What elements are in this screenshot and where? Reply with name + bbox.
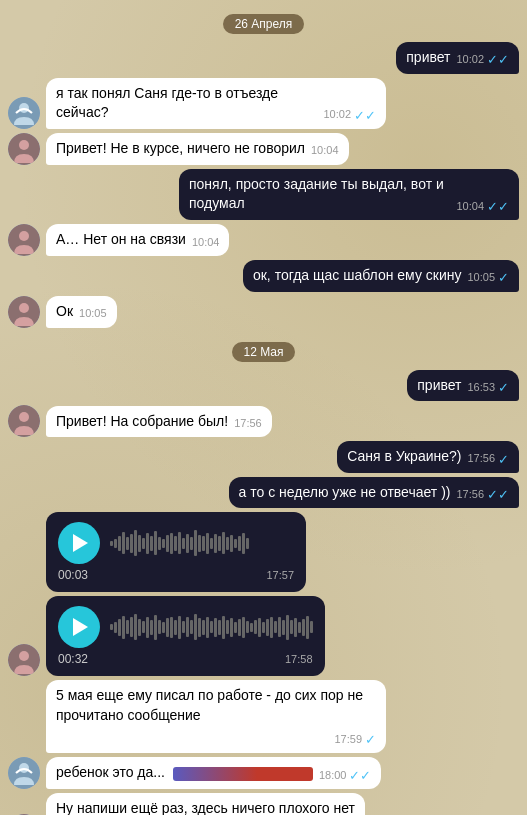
message-bubble: Привет! На собрание был! 17:56	[46, 406, 272, 438]
voice-controls	[58, 606, 313, 648]
message-text: Ок	[56, 302, 73, 322]
avatar	[8, 405, 40, 437]
message-time: 10:04	[456, 199, 484, 214]
message-text: привет	[406, 48, 450, 68]
check-marks: ✓	[498, 453, 509, 466]
bubble-content: Саня в Украине?) 17:56 ✓	[347, 447, 509, 467]
message-bubble: я так понял Саня где-то в отъезде сейчас…	[46, 78, 386, 129]
voice-message-bubble: 00:03 17:57	[46, 512, 306, 592]
date-divider-may: 12 Мая	[8, 342, 519, 362]
play-button[interactable]	[58, 522, 100, 564]
date-badge-may: 12 Мая	[232, 342, 296, 362]
message-text: ребенок это да...	[56, 763, 313, 783]
waveform	[110, 528, 294, 558]
message-time: 10:02	[456, 52, 484, 67]
bubble-content: Ок 10:05	[56, 302, 107, 322]
message-text: 5 мая еще ему писал по работе - до сих п…	[56, 686, 376, 725]
bubble-meta: 17:56 ✓✓	[456, 487, 509, 502]
message-time: 16:53	[467, 380, 495, 395]
voice-controls	[58, 522, 294, 564]
svg-point-5	[19, 231, 29, 241]
message-text: понял, просто задание ты выдал, вот и по…	[189, 175, 450, 214]
message-bubble: понял, просто задание ты выдал, вот и по…	[179, 169, 519, 220]
message-bubble: Привет! Не в курсе, ничего не говорил 10…	[46, 133, 349, 165]
message-row: Привет! Не в курсе, ничего не говорил 10…	[8, 133, 519, 165]
message-row: ребенок это да... 18:00 ✓✓	[8, 757, 519, 789]
bubble-meta: 10:04	[192, 235, 220, 250]
message-time: 17:56	[467, 451, 495, 466]
bubble-meta: 18:00 ✓✓	[319, 768, 372, 783]
avatar	[8, 224, 40, 256]
message-row: я так понял Саня где-то в отъезде сейчас…	[8, 78, 519, 129]
bubble-content: Привет! Не в курсе, ничего не говорил 10…	[56, 139, 339, 159]
play-button[interactable]	[58, 606, 100, 648]
date-divider-april: 26 Апреля	[8, 14, 519, 34]
bubble-content: понял, просто задание ты выдал, вот и по…	[189, 175, 509, 214]
message-time: 10:02	[323, 107, 351, 122]
message-bubble: привет 16:53 ✓	[407, 370, 519, 402]
play-icon	[73, 618, 88, 636]
message-row: Ок 10:05	[8, 296, 519, 328]
message-bubble: Ну напиши ещё раз, здесь ничего плохого …	[46, 793, 365, 815]
bubble-meta: 10:04 ✓✓	[456, 199, 509, 214]
bubble-meta: 10:05	[79, 306, 107, 321]
voice-time: 17:58	[285, 653, 313, 665]
message-time: 10:05	[79, 306, 107, 321]
voice-footer: 00:32 17:58	[58, 652, 313, 666]
message-text: Привет! На собрание был!	[56, 412, 228, 432]
message-row: 00:03 17:57	[8, 512, 519, 592]
message-time: 18:00	[319, 768, 347, 783]
message-text: А… Нет он на связи	[56, 230, 186, 250]
message-row: Ну напиши ещё раз, здесь ничего плохого …	[8, 793, 519, 815]
bubble-content: 5 мая еще ему писал по работе - до сих п…	[56, 686, 376, 747]
message-bubble: привет 10:02 ✓✓	[396, 42, 519, 74]
bubble-meta: 10:02 ✓✓	[323, 107, 376, 122]
message-row: ок, тогда щас шаблон ему скину 10:05 ✓	[8, 260, 519, 292]
message-text: Саня в Украине?)	[347, 447, 461, 467]
message-bubble: А… Нет он на связи 10:04	[46, 224, 229, 256]
bubble-meta: 10:02 ✓✓	[456, 52, 509, 67]
bubble-content: Ну напиши ещё раз, здесь ничего плохого …	[56, 799, 355, 815]
message-text: а то с неделю уже не отвечает ))	[239, 483, 451, 503]
bubble-meta: 17:56 ✓	[467, 451, 509, 466]
bubble-meta: 10:05 ✓	[467, 270, 509, 285]
message-time: 17:56	[456, 487, 484, 502]
message-row: А… Нет он на связи 10:04	[8, 224, 519, 256]
message-bubble: 5 мая еще ему писал по работе - до сих п…	[46, 680, 386, 753]
message-bubble: Саня в Украине?) 17:56 ✓	[337, 441, 519, 473]
message-time: 10:04	[192, 235, 220, 250]
message-row: 00:32 17:58	[8, 596, 519, 676]
voice-time: 17:57	[266, 569, 294, 581]
bubble-meta: 16:53 ✓	[467, 380, 509, 395]
check-marks: ✓	[498, 271, 509, 284]
message-text: привет	[417, 376, 461, 396]
bubble-content: я так понял Саня где-то в отъезде сейчас…	[56, 84, 376, 123]
message-row: привет 16:53 ✓	[8, 370, 519, 402]
voice-duration: 00:03	[58, 568, 88, 582]
check-marks: ✓	[498, 381, 509, 394]
bubble-content: привет 10:02 ✓✓	[406, 48, 509, 68]
bubble-content: Привет! На собрание был! 17:56	[56, 412, 262, 432]
message-text: я так понял Саня где-то в отъезде сейчас…	[56, 84, 317, 123]
check-marks: ✓✓	[487, 200, 509, 213]
message-text: Ну напиши ещё раз, здесь ничего плохого …	[56, 799, 355, 815]
voice-footer: 00:03 17:57	[58, 568, 294, 582]
check-marks: ✓✓	[354, 109, 376, 122]
check-marks: ✓✓	[487, 53, 509, 66]
avatar	[8, 296, 40, 328]
message-time: 17:56	[234, 416, 262, 431]
bubble-meta: 10:04	[311, 143, 339, 158]
message-bubble: Ок 10:05	[46, 296, 117, 328]
voice-message-bubble: 00:32 17:58	[46, 596, 325, 676]
message-bubble: ок, тогда щас шаблон ему скину 10:05 ✓	[243, 260, 519, 292]
check-marks: ✓✓	[487, 488, 509, 501]
play-icon	[73, 534, 88, 552]
message-bubble: а то с неделю уже не отвечает )) 17:56 ✓…	[229, 477, 519, 509]
message-bubble: ребенок это да... 18:00 ✓✓	[46, 757, 381, 789]
bubble-content: А… Нет он на связи 10:04	[56, 230, 219, 250]
message-text: Привет! Не в курсе, ничего не говорил	[56, 139, 305, 159]
message-time: 10:05	[467, 270, 495, 285]
bubble-meta: 17:56	[234, 416, 262, 431]
svg-point-9	[19, 412, 29, 422]
redacted-content	[173, 767, 313, 781]
